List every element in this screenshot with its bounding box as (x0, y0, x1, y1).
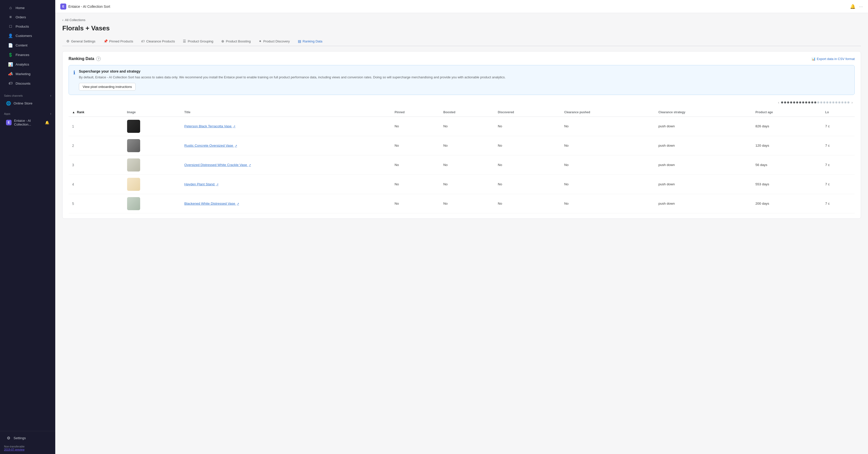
sales-channels-section: Sales channels › (0, 90, 55, 98)
tab-general-settings[interactable]: ⚙ General Settings (62, 37, 99, 46)
apps-section: Apps › (0, 108, 55, 117)
settings-nav-item[interactable]: ⚙ Settings (2, 433, 53, 443)
export-csv-link[interactable]: 📊 Export data in CSV format (811, 57, 855, 61)
product-link[interactable]: Peterson Black Terracotta Vase ↗ (184, 124, 236, 128)
pagination-next[interactable]: › (850, 100, 854, 105)
notification-bell-icon[interactable]: 🔔 (850, 4, 856, 9)
sidebar-nav-item-customers[interactable]: 👤 Customers (4, 31, 51, 40)
sort-arrow-icon: ▲ (72, 110, 75, 114)
apps-expand[interactable]: › (50, 112, 51, 116)
topbar: E Entaice - AI Collection Sort 🔔 ··· (55, 0, 868, 13)
sidebar-nav-item-content[interactable]: 📄 Content (4, 41, 51, 50)
dot-16[interactable] (826, 101, 828, 103)
product-thumbnail (127, 197, 140, 210)
dot-1[interactable] (781, 101, 783, 103)
sales-channels-expand[interactable]: › (50, 94, 51, 97)
external-link-icon: ↗ (233, 125, 235, 128)
tab-product-discovery[interactable]: ✦ Product Discovery (255, 37, 293, 46)
cell-boosted: No (440, 174, 494, 194)
cell-title: Hayden Plant Stand ↗ (181, 174, 391, 194)
table-body: 1Peterson Black Terracotta Vase ↗NoNoNoN… (68, 117, 855, 213)
product-link[interactable]: Oversized Distressed White Crackle Vase … (184, 163, 251, 167)
product-link[interactable]: Blackened White Distressed Vase ↗ (184, 202, 239, 205)
external-link-icon: ↗ (249, 163, 251, 166)
tab-product-grouping[interactable]: ☰ Product Grouping (179, 37, 217, 46)
dot-4[interactable] (790, 101, 792, 103)
analytics-icon: 📊 (8, 62, 13, 67)
cell-lo: 7 c (822, 136, 855, 155)
sidebar-nav-item-online-store[interactable]: 🌐 Online Store (2, 99, 53, 108)
dot-14[interactable] (820, 101, 822, 103)
tab-clearance-products[interactable]: 🏷 Clearance Products (137, 37, 179, 46)
cell-rank: 5 (68, 194, 124, 213)
product-thumbnail (127, 139, 140, 152)
dot-6[interactable] (796, 101, 798, 103)
clearance-products-icon: 🏷 (141, 39, 145, 43)
sidebar-nav-item-finances[interactable]: 💲 Finances (4, 50, 51, 60)
sidebar-nav-item-analytics[interactable]: 📊 Analytics (4, 60, 51, 69)
product-thumbnail (127, 178, 140, 191)
sidebar-nav-item-products[interactable]: □ Products (4, 22, 51, 31)
table-row: 5Blackened White Distressed Vase ↗NoNoNo… (68, 194, 855, 213)
settings-icon: ⚙ (6, 436, 11, 441)
tab-pinned-products[interactable]: 📌 Pinned Products (99, 37, 137, 46)
dot-11[interactable] (811, 101, 813, 103)
product-link[interactable]: Hayden Plant Stand ↗ (184, 182, 218, 186)
sidebar-nav-item-discounts[interactable]: 🏷 Discounts (4, 79, 51, 88)
cell-rank: 4 (68, 174, 124, 194)
ranking-table: ▲ Rank Image Title Pinned (68, 108, 855, 214)
col-image: Image (124, 108, 181, 117)
sidebar-nav-item-home[interactable]: ⌂ Home (4, 3, 51, 12)
dot-21[interactable] (841, 101, 843, 103)
cell-boosted: No (440, 117, 494, 136)
dot-12[interactable] (814, 101, 816, 103)
dot-15[interactable] (823, 101, 825, 103)
sidebar-nav-item-orders[interactable]: ≡ Orders (4, 12, 51, 22)
card-header: Ranking Data ? 📊 Export data in CSV form… (68, 57, 855, 61)
dot-23[interactable] (847, 101, 849, 103)
pixel-onboarding-button[interactable]: View pixel onboarding instructions (79, 83, 135, 91)
tab-ranking-data[interactable]: ▤ Ranking Data (294, 37, 327, 46)
dot-19[interactable] (835, 101, 837, 103)
dot-22[interactable] (844, 101, 846, 103)
cell-product-age: 56 days (752, 155, 822, 174)
sidebar-bottom: ⚙ Settings Non-transferable 2019-07 prev… (0, 431, 55, 454)
cell-discovered: No (494, 117, 561, 136)
table-row: 2Rustic Concrete Oversized Vase ↗NoNoNoN… (68, 136, 855, 155)
products-icon: □ (8, 24, 13, 29)
cell-boosted: No (440, 194, 494, 213)
dot-20[interactable] (838, 101, 840, 103)
discounts-icon: 🏷 (8, 81, 13, 86)
content-area: ‹ All Collections Florals + Vases ⚙ Gene… (55, 13, 868, 224)
dot-13[interactable] (817, 101, 819, 103)
dot-10[interactable] (808, 101, 810, 103)
product-thumbnail (127, 120, 140, 133)
dot-9[interactable] (805, 101, 807, 103)
breadcrumb[interactable]: ‹ All Collections (62, 18, 861, 22)
sidebar-nav-item-marketing[interactable]: 📣 Marketing (4, 69, 51, 78)
cell-title: Peterson Black Terracotta Vase ↗ (181, 117, 391, 136)
cell-image (124, 117, 181, 136)
dot-2[interactable] (784, 101, 786, 103)
dot-5[interactable] (793, 101, 795, 103)
content-icon: 📄 (8, 43, 13, 48)
product-link[interactable]: Rustic Concrete Oversized Vase ↗ (184, 143, 237, 148)
dot-18[interactable] (832, 101, 834, 103)
more-options-icon[interactable]: ··· (859, 4, 863, 8)
dot-3[interactable] (787, 101, 789, 103)
col-rank[interactable]: ▲ Rank (68, 108, 124, 117)
info-banner-title: Supercharge your store and strategy (79, 69, 505, 73)
tab-product-boosting[interactable]: ⊕ Product Boosting (217, 37, 255, 46)
dot-17[interactable] (829, 101, 831, 103)
dot-8[interactable] (802, 101, 804, 103)
customers-icon: 👤 (8, 33, 13, 38)
dot-7[interactable] (799, 101, 801, 103)
ranking-data-icon: ▤ (298, 39, 301, 43)
cell-clearance-strategy: push down (655, 194, 752, 213)
cell-rank: 2 (68, 136, 124, 155)
sidebar-nav-item-entaice[interactable]: E Entaice - AI Collection... 🔔 (2, 117, 53, 128)
app-title: E Entaice - AI Collection Sort (60, 3, 110, 9)
pagination-prev[interactable]: ‹ (777, 100, 780, 105)
help-icon[interactable]: ? (96, 57, 101, 61)
info-banner: ℹ Supercharge your store and strategy By… (68, 65, 855, 95)
